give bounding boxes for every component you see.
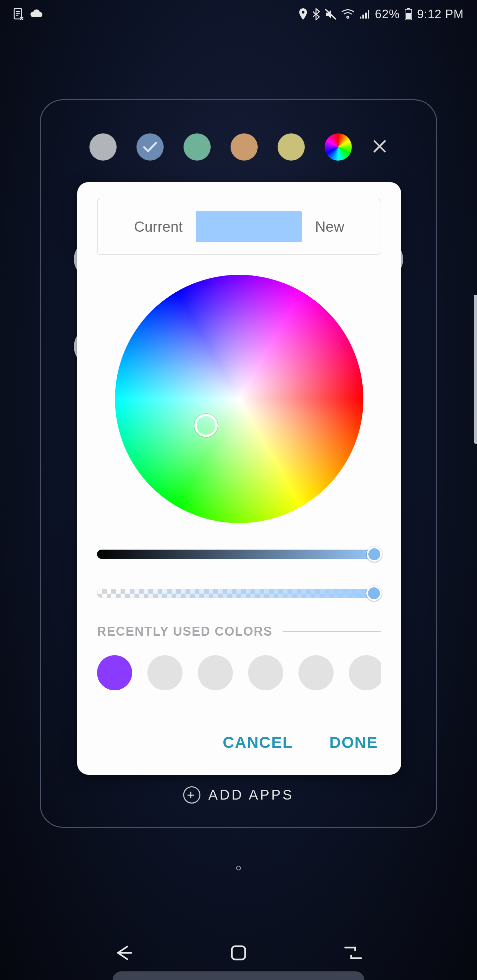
battery-icon	[404, 8, 412, 21]
preset-swatch-tan[interactable]	[231, 134, 258, 161]
recent-color-swatch[interactable]	[198, 655, 233, 690]
slider-thumb[interactable]	[366, 586, 381, 601]
checkmark-icon	[143, 142, 157, 153]
svg-rect-2	[407, 8, 410, 9]
preset-swatch-teal[interactable]	[183, 134, 211, 161]
recent-color-swatch[interactable]	[147, 655, 182, 690]
battery-percent: 62%	[375, 7, 400, 21]
mute-icon	[325, 9, 337, 20]
color-preset-row	[41, 134, 436, 161]
home-button[interactable]	[229, 943, 248, 963]
back-button[interactable]	[114, 945, 134, 963]
signal-icon	[359, 9, 370, 19]
opacity-slider[interactable]	[97, 589, 381, 598]
preset-swatch-olive[interactable]	[278, 134, 305, 161]
cloud-icon	[29, 9, 43, 19]
statusbar: 62% 9:12 PM	[0, 0, 477, 29]
cancel-button[interactable]: CANCEL	[223, 733, 293, 752]
recent-color-swatch[interactable]	[248, 655, 283, 690]
add-apps-label: ADD APPS	[208, 787, 294, 803]
recents-button[interactable]	[343, 945, 363, 962]
preset-swatch-rainbow[interactable]	[325, 134, 352, 161]
recent-color-swatch[interactable]	[97, 655, 132, 690]
wifi-icon	[341, 9, 354, 19]
close-icon[interactable]	[372, 138, 388, 156]
preset-swatch-gray[interactable]	[89, 134, 116, 161]
divider-line	[282, 632, 381, 632]
recent-color-swatch[interactable]	[298, 655, 333, 690]
statusbar-right: 62% 9:12 PM	[299, 7, 464, 21]
page-indicator-dot	[236, 866, 241, 870]
wheel-cursor[interactable]	[195, 414, 218, 437]
svg-rect-4	[232, 946, 245, 959]
screen: 62% 9:12 PM G	[0, 0, 477, 980]
preset-swatch-blue-selected[interactable]	[136, 134, 164, 161]
svg-rect-3	[406, 13, 411, 19]
recent-colors-title: RECENTLY USED COLORS	[97, 624, 273, 639]
new-label: New	[315, 218, 344, 235]
plus-icon: +	[183, 786, 200, 803]
add-apps-button[interactable]: + ADD APPS	[41, 786, 436, 803]
current-new-compare: Current New	[97, 199, 381, 255]
brightness-slider[interactable]	[97, 550, 381, 559]
gesture-pill[interactable]	[113, 971, 364, 980]
clock-time: 9:12 PM	[417, 7, 464, 21]
bluetooth-icon	[312, 8, 320, 21]
recent-colors-header: RECENTLY USED COLORS	[97, 624, 381, 639]
recent-color-swatch[interactable]	[349, 655, 381, 690]
location-icon	[299, 8, 307, 20]
color-wheel[interactable]	[115, 275, 364, 523]
color-picker-dialog: Current New RECENTLY USED COLORS CANCEL …	[77, 182, 401, 775]
current-label: Current	[134, 218, 183, 235]
slider-thumb[interactable]	[367, 547, 382, 562]
hue-saturation-wheel	[115, 275, 364, 523]
done-button[interactable]: DONE	[329, 733, 378, 752]
statusbar-left	[13, 8, 43, 21]
edge-scroll-handle[interactable]	[474, 295, 477, 444]
dialog-buttons: CANCEL DONE	[97, 713, 381, 762]
doc-icon	[13, 8, 24, 21]
recent-colors-row	[97, 655, 381, 690]
new-color-swatch	[196, 211, 302, 242]
